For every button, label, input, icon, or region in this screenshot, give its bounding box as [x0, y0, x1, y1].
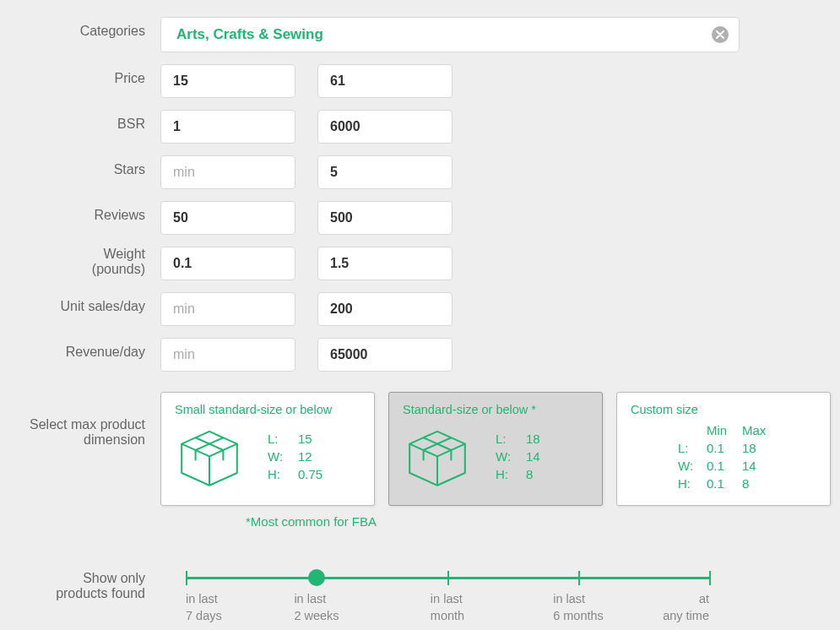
dimension-card-custom[interactable]: Custom size MinMax L:0.118 W:0.114 H:0.1…	[616, 392, 831, 506]
revenue-min-input[interactable]	[160, 338, 295, 372]
stars-max-input[interactable]	[317, 155, 453, 189]
revenue-max-input[interactable]	[317, 338, 453, 372]
box-icon	[403, 423, 472, 492]
timeline-option-0[interactable]: in last7 days	[186, 591, 222, 624]
price-max-input[interactable]	[317, 64, 453, 98]
timeline-handle[interactable]	[308, 569, 325, 586]
units-min-input[interactable]	[160, 292, 295, 326]
dimension-card-standard-title: Standard-size or below *	[403, 403, 588, 416]
weight-max-input[interactable]	[317, 247, 453, 280]
timeline-option-1[interactable]: in last2 weeks	[294, 591, 339, 624]
dimension-card-custom-title: Custom size	[631, 403, 816, 416]
weight-min-input[interactable]	[160, 247, 295, 280]
reviews-max-input[interactable]	[317, 201, 453, 235]
dimension-custom-values: MinMax L:0.118 W:0.114 H:0.18	[678, 423, 816, 491]
timeline-slider[interactable]	[186, 569, 709, 586]
reviews-label: Reviews	[0, 201, 160, 223]
box-icon	[175, 423, 244, 492]
bsr-max-input[interactable]	[317, 110, 453, 144]
timeline-option-2[interactable]: in lastmonth	[431, 591, 464, 624]
price-label: Price	[0, 64, 160, 86]
dimension-card-small[interactable]: Small standard-size or below L:15 W:12 H…	[160, 392, 375, 506]
dimension-card-small-title: Small standard-size or below	[175, 403, 360, 416]
timeline-tick	[709, 571, 711, 585]
categories-label: Categories	[0, 17, 160, 39]
reviews-min-input[interactable]	[160, 201, 295, 235]
dimension-card-standard[interactable]: Standard-size or below * L:18 W:14 H:8	[388, 392, 603, 506]
bsr-min-input[interactable]	[160, 110, 295, 144]
timeline-tick	[578, 571, 580, 585]
fba-note: *Most common for FBA	[0, 514, 840, 529]
units-label: Unit sales/day	[0, 292, 160, 314]
dimension-small-values: L:15 W:12 H:0.75	[268, 432, 322, 485]
categories-value: Arts, Crafts & Sewing	[176, 26, 323, 43]
stars-label: Stars	[0, 155, 160, 177]
timeline-tick	[447, 571, 449, 585]
timeline-option-4[interactable]: atany time	[663, 591, 709, 624]
timeline-tick	[186, 571, 187, 585]
timeline-option-3[interactable]: in last6 months	[553, 591, 604, 624]
timeline-label: Show onlyproducts found	[0, 569, 160, 625]
price-min-input[interactable]	[160, 64, 295, 98]
units-max-input[interactable]	[317, 292, 453, 326]
dimension-label: Select max productdimension	[0, 392, 160, 506]
revenue-label: Revenue/day	[0, 338, 160, 360]
dimension-standard-values: L:18 W:14 H:8	[496, 432, 540, 485]
categories-input[interactable]: Arts, Crafts & Sewing	[160, 17, 740, 52]
bsr-label: BSR	[0, 110, 160, 132]
weight-label: Weight(pounds)	[0, 247, 160, 277]
stars-min-input[interactable]	[160, 155, 295, 189]
clear-category-icon[interactable]	[712, 26, 729, 43]
